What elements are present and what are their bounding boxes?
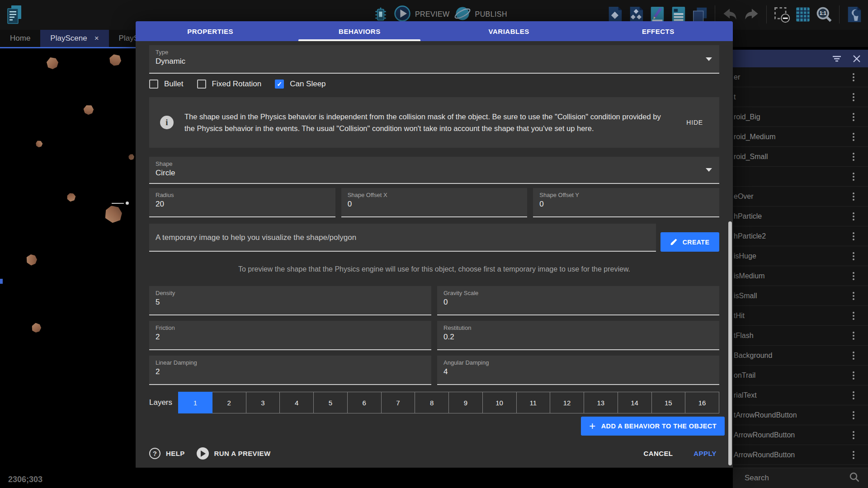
object-list-item[interactable]: ArrowRoundButton <box>733 445 868 465</box>
field-input[interactable] <box>156 367 411 376</box>
object-menu-icon[interactable] <box>851 130 856 144</box>
dialog-tab-effects[interactable]: EFFECTS <box>584 21 733 41</box>
field-restitution[interactable]: Restitution <box>437 321 719 350</box>
asteroid-instance[interactable] <box>108 52 123 68</box>
help-button[interactable]: ? HELP <box>149 448 185 459</box>
object-menu-icon[interactable] <box>851 70 856 84</box>
field-input[interactable] <box>539 200 704 209</box>
asteroid-instance[interactable] <box>31 322 42 333</box>
object-list-item[interactable]: isHuge <box>733 246 868 266</box>
hide-button[interactable]: HIDE <box>686 119 703 126</box>
asteroid-instance[interactable] <box>127 153 135 161</box>
object-menu-icon[interactable] <box>851 269 856 283</box>
object-list-item[interactable]: onTrail <box>733 366 868 385</box>
layer-button-9[interactable]: 9 <box>449 392 483 413</box>
object-menu-icon[interactable] <box>851 90 856 104</box>
scene-settings-icon[interactable] <box>845 5 863 24</box>
object-menu-icon[interactable] <box>851 249 856 263</box>
object-list-item[interactable]: hParticle2 <box>733 226 868 246</box>
search-input[interactable] <box>745 474 849 483</box>
layer-button-6[interactable]: 6 <box>348 392 382 413</box>
checkbox-fixed-rotation[interactable]: Fixed Rotation <box>197 80 262 89</box>
field-angular-damping[interactable]: Angular Damping <box>437 356 719 385</box>
object-menu-icon[interactable] <box>851 349 856 362</box>
checkbox-can-sleep[interactable]: ✓Can Sleep <box>275 80 326 89</box>
layer-button-7[interactable]: 7 <box>382 392 415 413</box>
grid-icon[interactable] <box>794 5 812 24</box>
object-list-item[interactable]: tArrowRoundButton <box>733 405 868 425</box>
field-input[interactable] <box>348 200 512 209</box>
asteroid-instance[interactable] <box>104 205 123 223</box>
tab-playscene[interactable]: PlayScene × <box>40 30 108 47</box>
deselect-icon[interactable] <box>773 5 791 24</box>
layer-button-14[interactable]: 14 <box>618 392 652 413</box>
run-preview-button[interactable]: RUN A PREVIEW <box>197 447 271 460</box>
object-list-item[interactable]: ArrowRoundButton <box>733 425 868 445</box>
close-tab-icon[interactable]: × <box>94 34 99 43</box>
zoom-original-icon[interactable]: 1:1 <box>815 5 833 24</box>
object-menu-icon[interactable] <box>851 369 856 382</box>
dialog-tab-variables[interactable]: VARIABLES <box>434 21 584 41</box>
shape-dropdown[interactable]: Shape Circle <box>149 157 719 184</box>
layer-button-16[interactable]: 16 <box>685 392 719 413</box>
temp-image-field[interactable] <box>149 224 656 252</box>
type-dropdown[interactable]: Type Dynamic <box>149 45 719 74</box>
cancel-button[interactable]: CANCEL <box>643 450 673 457</box>
object-menu-icon[interactable] <box>851 389 856 402</box>
layer-button-15[interactable]: 15 <box>652 392 686 413</box>
field-linear-damping[interactable]: Linear Damping <box>149 356 431 385</box>
object-menu-icon[interactable] <box>851 170 856 183</box>
object-list-item[interactable]: eOver <box>733 187 868 206</box>
field-shape-offset-y[interactable]: Shape Offset Y <box>533 188 719 217</box>
asteroid-instance[interactable] <box>47 57 58 69</box>
layer-button-1[interactable]: 1 <box>178 392 212 413</box>
object-menu-icon[interactable] <box>851 110 856 124</box>
object-menu-icon[interactable] <box>851 428 856 442</box>
object-list-item[interactable]: er <box>733 67 868 87</box>
object-list-item[interactable]: t <box>733 87 868 107</box>
layer-button-4[interactable]: 4 <box>280 392 314 413</box>
selection-handle[interactable] <box>112 203 124 204</box>
layer-button-2[interactable]: 2 <box>212 392 246 413</box>
field-radius[interactable]: Radius <box>149 188 335 217</box>
field-density[interactable]: Density <box>149 286 431 315</box>
object-list-item[interactable]: roid_Small <box>733 147 868 167</box>
object-menu-icon[interactable] <box>851 230 856 243</box>
field-input[interactable] <box>443 333 699 342</box>
object-list-item[interactable]: tFlash <box>733 326 868 346</box>
field-input[interactable] <box>156 298 411 307</box>
object-menu-icon[interactable] <box>851 329 856 343</box>
tab-home[interactable]: Home <box>0 30 40 47</box>
temp-image-input[interactable] <box>156 233 625 242</box>
layer-button-11[interactable]: 11 <box>517 392 551 413</box>
filter-icon[interactable] <box>832 55 842 63</box>
checkbox-bullet[interactable]: Bullet <box>149 80 184 89</box>
dialog-scrollbar[interactable] <box>728 221 732 465</box>
layer-button-5[interactable]: 5 <box>314 392 348 413</box>
dialog-tab-properties[interactable]: PROPERTIES <box>136 21 285 41</box>
object-list-item[interactable]: tHit <box>733 306 868 326</box>
field-friction[interactable]: Friction <box>149 321 431 350</box>
dialog-tab-behaviors[interactable]: BEHAVIORS <box>285 21 434 41</box>
object-menu-icon[interactable] <box>851 289 856 303</box>
object-list-item[interactable]: Background <box>733 346 868 366</box>
layer-button-8[interactable]: 8 <box>415 392 449 413</box>
apply-button[interactable]: APPLY <box>693 450 717 457</box>
layer-button-10[interactable]: 10 <box>483 392 517 413</box>
create-button[interactable]: CREATE <box>660 232 719 252</box>
object-list-item[interactable]: isMedium <box>733 266 868 286</box>
object-menu-icon[interactable] <box>851 210 856 223</box>
field-input[interactable] <box>443 367 699 376</box>
object-list-item[interactable]: rialText <box>733 385 868 405</box>
object-menu-icon[interactable] <box>851 150 856 164</box>
field-gravity-scale[interactable]: Gravity Scale <box>437 286 719 315</box>
object-menu-icon[interactable] <box>851 190 856 203</box>
object-menu-icon[interactable] <box>851 448 856 462</box>
object-menu-icon[interactable] <box>851 309 856 323</box>
layer-button-12[interactable]: 12 <box>550 392 584 413</box>
asteroid-instance[interactable] <box>35 140 43 148</box>
object-list-item[interactable]: hParticle <box>733 206 868 226</box>
project-manager-icon[interactable] <box>5 3 24 25</box>
object-list-item[interactable] <box>733 167 868 187</box>
layer-button-13[interactable]: 13 <box>584 392 618 413</box>
